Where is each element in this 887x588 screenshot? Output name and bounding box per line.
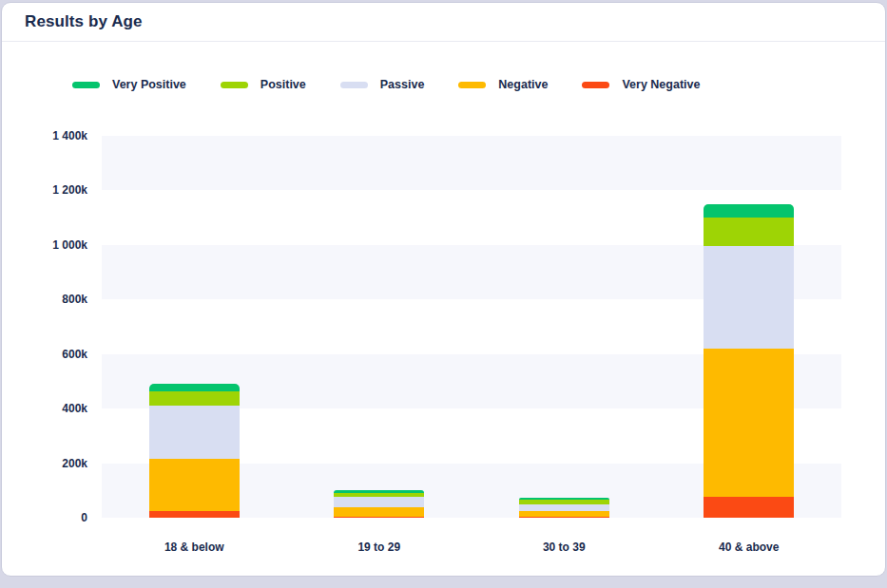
chart-plot-area [102,136,841,518]
page-title: Results by Age [25,12,143,31]
legend-item-negative[interactable]: Negative [458,78,548,91]
bar-segment-very-positive[interactable] [149,384,240,390]
y-tick-label: 1 400k [15,129,87,142]
legend-item-positive[interactable]: Positive [221,78,306,91]
bar-40-above[interactable] [704,204,794,518]
legend-item-label: Very Positive [112,78,186,91]
bar-segment-passive[interactable] [519,504,609,511]
legend-item-label: Positive [260,78,306,91]
legend-item-very-negative[interactable]: Very Negative [582,78,700,91]
bar-19-to-29[interactable] [334,490,424,518]
bar-segment-negative[interactable] [704,349,794,497]
bar-segment-very-negative[interactable] [519,517,609,518]
bar-segment-negative[interactable] [334,507,424,516]
bar-segment-very-negative[interactable] [704,497,794,518]
legend-pill-icon [458,82,486,88]
results-by-age-card: Results by Age Very PositivePositivePass… [1,2,886,577]
bar-segment-very-negative[interactable] [149,511,240,518]
bar-segment-passive[interactable] [149,406,240,459]
legend-pill-icon [72,82,100,88]
x-category-label: 18 & below [118,541,270,554]
bar-segment-positive[interactable] [704,218,794,246]
legend-item-label: Passive [380,78,425,91]
x-category-label: 19 to 29 [303,541,455,554]
bar-segment-passive[interactable] [704,246,794,349]
bar-segment-very-positive[interactable] [704,204,794,218]
y-tick-label: 200k [15,457,87,470]
bar-segment-negative[interactable] [149,459,240,511]
x-category-label: 30 to 39 [488,541,640,554]
legend-pill-icon [582,82,609,88]
y-tick-label: 1 000k [15,238,87,252]
card-header: Results by Age [2,3,885,42]
x-axis: 18 & below19 to 2930 to 3940 & above [102,541,841,560]
chart-legend: Very PositivePositivePassiveNegativeVery… [72,77,700,92]
bar-18-below[interactable] [149,384,240,518]
legend-item-label: Negative [498,78,548,91]
legend-item-passive[interactable]: Passive [340,78,425,91]
y-tick-label: 0 [15,511,87,524]
y-tick-label: 600k [15,348,87,361]
legend-pill-icon [340,82,368,88]
bar-30-to-39[interactable] [519,498,609,518]
legend-item-label: Very Negative [622,78,700,91]
y-tick-label: 800k [15,293,87,306]
legend-pill-icon [221,82,248,88]
plot-band [102,136,841,190]
bar-segment-very-negative[interactable] [334,517,424,518]
x-category-label: 40 & above [673,541,825,554]
bar-segment-passive[interactable] [334,497,424,507]
bar-segment-positive[interactable] [149,391,240,407]
y-tick-label: 1 200k [15,183,87,197]
legend-item-very-positive[interactable]: Very Positive [72,78,186,91]
y-tick-label: 400k [15,402,87,415]
